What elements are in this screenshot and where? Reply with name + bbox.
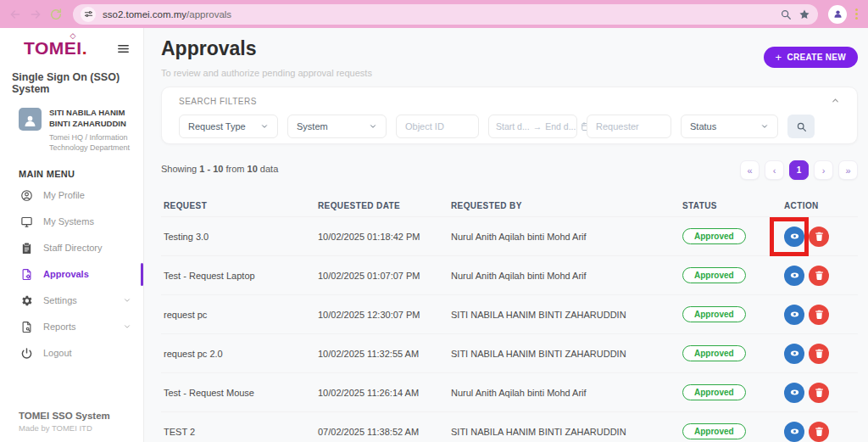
cell-requested-date: 10/02/2025 11:32:55 AM (315, 349, 448, 359)
search-filters-panel: SEARCH FILTERS Request Type System Start… (161, 87, 858, 144)
monitor-icon (20, 215, 33, 228)
eye-icon (789, 387, 800, 398)
footer-subtitle: Made by TOMEI ITD (19, 423, 110, 433)
delete-button[interactable] (809, 422, 829, 442)
create-new-label: CREATE NEW (787, 53, 846, 62)
view-button[interactable] (784, 383, 804, 403)
user-avatar-icon (19, 108, 42, 131)
sidebar-item-my-systems[interactable]: My Systems (0, 209, 143, 235)
delete-button[interactable] (809, 305, 829, 325)
plus-icon: + (776, 52, 782, 63)
sidebar-item-my-profile[interactable]: My Profile (0, 182, 143, 209)
delete-button[interactable] (809, 266, 829, 286)
cell-request: Testing 3.0 (161, 232, 315, 242)
date-range-input[interactable]: Start d... → End d... (488, 115, 577, 138)
user-department: Tomei HQ / Information Technology Depart… (49, 132, 135, 153)
site-settings-icon[interactable] (81, 7, 96, 22)
request-type-select[interactable]: Request Type (179, 115, 278, 138)
status-select[interactable]: Status (681, 115, 778, 138)
last-page-button[interactable]: » (838, 160, 858, 180)
cell-requested-date: 10/02/2025 01:07:07 PM (315, 271, 448, 281)
browser-profile-avatar[interactable] (828, 5, 847, 24)
eye-icon (789, 231, 800, 242)
eye-icon (789, 270, 800, 281)
address-bar[interactable]: sso2.tomei.com.my/approvals (73, 4, 818, 25)
approvals-table: REQUEST REQUESTED DATE REQUESTED BY STAT… (161, 194, 858, 442)
sidebar-item-reports[interactable]: Reports (0, 314, 143, 340)
sidebar: ◇TOMEI. Single Sign On (SSO) System SITI… (0, 28, 144, 442)
requester-input[interactable] (587, 115, 671, 138)
cell-requested-by: SITI NABILA HANIM BINTI ZAHARUDDIN (448, 349, 680, 359)
reload-icon[interactable] (49, 8, 63, 21)
table-row: TEST 2 07/02/2025 11:38:52 AM SITI NABIL… (161, 411, 858, 442)
sidebar-item-label: Staff Directory (43, 243, 103, 253)
sidebar-item-logout[interactable]: Logout (0, 340, 143, 366)
pagination: « ‹ 1 › » (740, 160, 858, 180)
cell-status: Approved (680, 345, 782, 361)
current-page-button[interactable]: 1 (789, 160, 809, 180)
sidebar-item-label: Approvals (43, 269, 89, 279)
cell-status: Approved (680, 267, 782, 283)
search-button[interactable] (787, 115, 815, 138)
table-body: Testing 3.0 10/02/2025 01:18:42 PM Nurul… (161, 216, 858, 442)
tomei-logo[interactable]: ◇TOMEI. (24, 39, 87, 57)
sidebar-footer: TOMEI SSO System Made by TOMEI ITD (19, 411, 110, 433)
prev-page-button[interactable]: ‹ (765, 160, 784, 180)
eye-icon (789, 309, 800, 320)
zoom-magnifier-icon[interactable] (780, 8, 792, 20)
view-button[interactable] (784, 344, 804, 364)
first-page-button[interactable]: « (740, 160, 760, 180)
view-button[interactable] (784, 305, 804, 325)
sidebar-item-settings[interactable]: Settings (0, 288, 143, 314)
object-id-input[interactable] (396, 115, 479, 138)
gear-icon (20, 294, 33, 307)
col-status: STATUS (680, 201, 782, 210)
browser-menu-dots-icon[interactable] (854, 8, 860, 20)
cell-request: request pc (161, 310, 315, 320)
trash-icon (814, 348, 825, 359)
delete-button[interactable] (809, 344, 829, 364)
table-row: Testing 3.0 10/02/2025 01:18:42 PM Nurul… (161, 216, 858, 255)
status-badge: Approved (682, 423, 746, 439)
bookmark-star-icon[interactable] (798, 8, 810, 20)
sidebar-item-staff-directory[interactable]: Staff Directory (0, 235, 143, 261)
user-card: SITI NABILA HANIM BINTI ZAHARUDDIN Tomei… (0, 95, 143, 153)
col-action: ACTION (782, 201, 858, 210)
create-new-button[interactable]: + CREATE NEW (764, 47, 858, 68)
sidebar-item-label: Settings (43, 295, 77, 305)
url-text[interactable]: sso2.tomei.com.my/approvals (103, 9, 773, 20)
user-name: SITI NABILA HANIM BINTI ZAHARUDDIN (49, 108, 135, 130)
view-button[interactable] (784, 227, 804, 247)
back-arrow-icon[interactable] (8, 8, 22, 21)
logo-dot: . (82, 38, 87, 58)
footer-title: TOMEI SSO System (19, 411, 110, 421)
hamburger-menu-icon[interactable] (117, 42, 130, 53)
status-badge: Approved (682, 345, 746, 361)
trash-icon (814, 309, 825, 320)
status-badge: Approved (682, 228, 746, 244)
url-path: /approvals (186, 9, 231, 20)
cell-requested-date: 10/02/2025 12:30:07 PM (315, 310, 448, 320)
chevron-down-icon (123, 296, 131, 305)
app-name: Single Sign On (SSO) System (0, 57, 143, 95)
sidebar-item-label: Logout (43, 348, 72, 358)
power-icon (20, 347, 33, 360)
delete-button[interactable] (809, 227, 829, 247)
table-header-row: REQUEST REQUESTED DATE REQUESTED BY STAT… (161, 194, 858, 216)
system-select[interactable]: System (287, 115, 387, 138)
main-menu-header: MAIN MENU (0, 153, 143, 182)
cell-requested-by: Nurul Anith Aqilah binti Mohd Arif (448, 232, 680, 242)
search-icon (796, 121, 807, 132)
chevron-up-icon[interactable] (831, 96, 840, 105)
view-button[interactable] (784, 422, 804, 442)
cell-actions (782, 227, 858, 247)
forward-arrow-icon[interactable] (29, 8, 42, 21)
status-badge: Approved (682, 306, 746, 322)
cell-request: TEST 2 (161, 427, 315, 437)
sidebar-item-approvals[interactable]: Approvals (0, 261, 143, 288)
delete-button[interactable] (809, 383, 829, 403)
cell-actions (782, 266, 858, 286)
view-button[interactable] (784, 266, 804, 286)
chevron-down-icon (760, 122, 769, 131)
next-page-button[interactable]: › (814, 160, 833, 180)
